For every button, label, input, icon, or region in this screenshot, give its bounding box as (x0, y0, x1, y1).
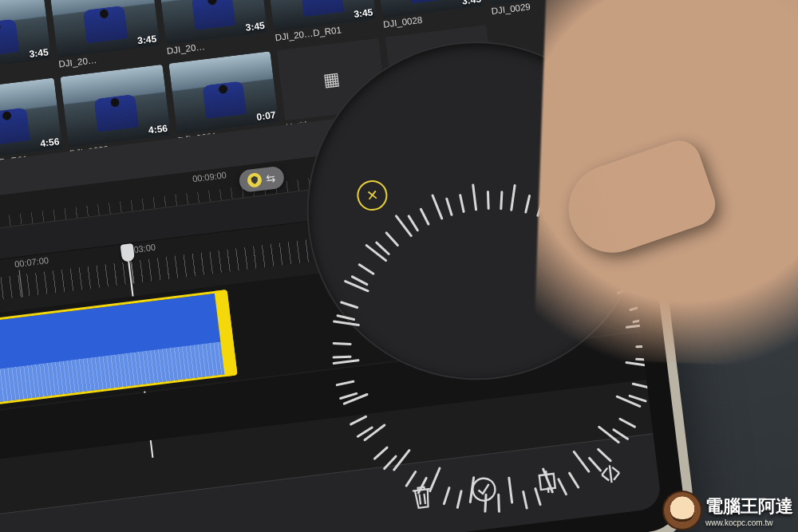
clip-cell[interactable]: 3:45DJI_20… (157, 0, 269, 57)
grid-icon: ▦ (322, 68, 342, 90)
swap-icon: ⇆ (266, 171, 277, 185)
ipad-device: 1:27DJI_20… 3:45DJI_20… 3:45DJI_20… 3:45… (0, 0, 687, 532)
shield-icon (247, 172, 263, 188)
bottom-dock (0, 433, 662, 532)
app-screen: 1:27DJI_20… 3:45DJI_20… 3:45DJI_20… 3:45… (0, 0, 662, 532)
clip-cell[interactable]: 3:45DJI_20… (0, 0, 53, 85)
snap-button[interactable] (595, 459, 626, 495)
overview-time: 00:09:00 (192, 170, 227, 183)
close-icon: ✕ (365, 186, 380, 205)
clip-cell[interactable]: 3:45DJI_20…D_R01 (266, 0, 377, 45)
ruler-label: 00:07:00 (14, 255, 49, 269)
clip-cell[interactable]: 3:45DJI_20… (49, 0, 161, 71)
